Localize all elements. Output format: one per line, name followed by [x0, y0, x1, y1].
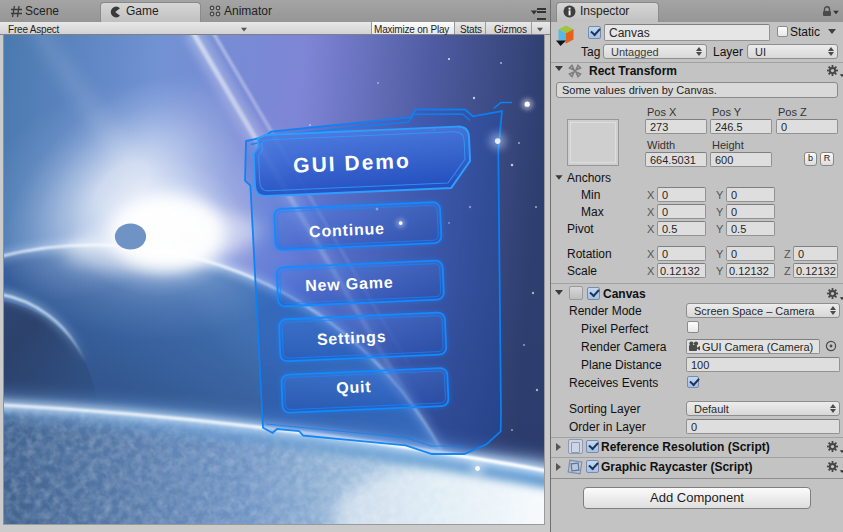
svg-text:Continue: Continue	[309, 220, 385, 240]
svg-text:Quit: Quit	[336, 378, 372, 397]
svg-text:Settings: Settings	[317, 328, 387, 348]
